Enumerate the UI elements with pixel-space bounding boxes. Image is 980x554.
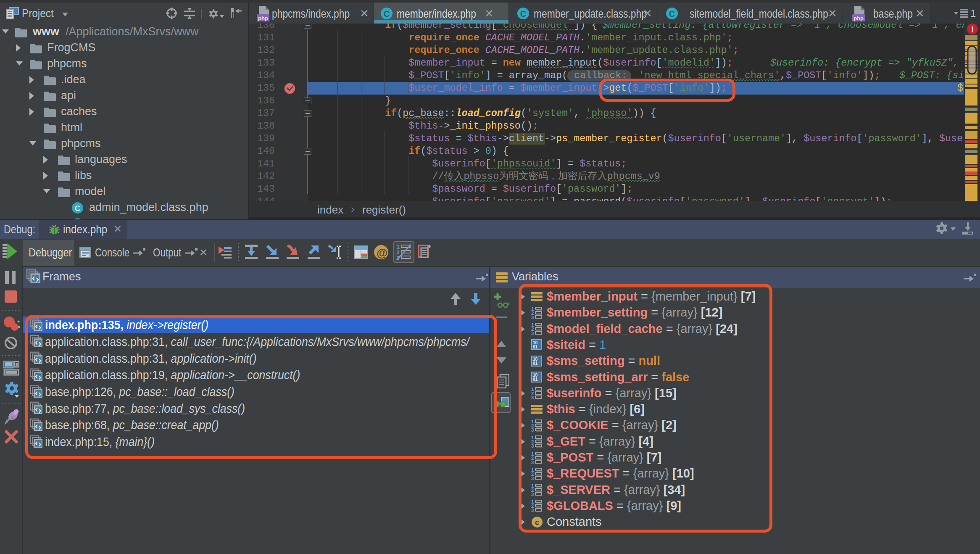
svg-text:1: 1 (397, 244, 400, 250)
svg-text:C: C (669, 9, 675, 18)
svg-text:php: php (258, 15, 268, 21)
svg-text:C: C (75, 204, 81, 213)
svg-text:C: C (520, 9, 526, 18)
svg-text:php: php (854, 15, 864, 21)
svg-text:C: C (384, 9, 390, 18)
svg-text:2: 2 (397, 250, 400, 256)
svg-text:!: ! (971, 25, 974, 34)
